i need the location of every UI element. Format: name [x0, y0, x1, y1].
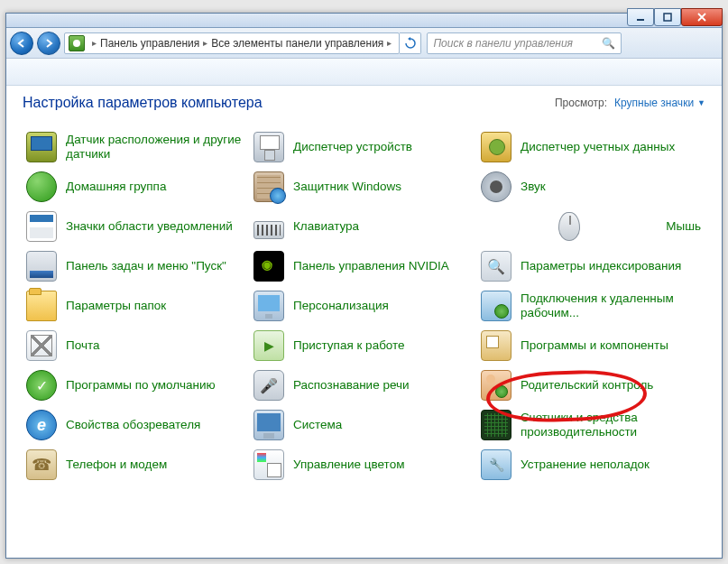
control-panel-item[interactable]: Домашняя группа	[23, 167, 250, 207]
item-label: Клавиатура	[293, 219, 359, 234]
window-buttons	[627, 8, 723, 26]
item-label: Телефон и модем	[66, 458, 167, 472]
control-panel-item[interactable]: Параметры папок	[23, 286, 250, 326]
item-label: Диспетчер устройств	[293, 140, 412, 154]
items-grid: Датчик расположения и другие датчикиДисп…	[23, 127, 705, 485]
control-panel-item[interactable]: Программы по умолчанию	[23, 365, 250, 405]
item-label: Звук	[521, 180, 546, 194]
view-value: Крупные значки	[614, 97, 694, 109]
heading-row: Настройка параметров компьютера Просмотр…	[23, 95, 705, 111]
tray-icon	[26, 211, 57, 242]
control-panel-item[interactable]: Персонализация	[250, 286, 477, 326]
close-button[interactable]	[681, 8, 723, 26]
forward-button[interactable]	[37, 32, 60, 55]
search-placeholder: Поиск в панели управления	[433, 37, 573, 50]
control-panel-item[interactable]: Звук	[477, 167, 705, 207]
item-label: Программы и компоненты	[521, 338, 668, 353]
search-input[interactable]: Поиск в панели управления 🔍	[427, 32, 622, 54]
control-panel-item[interactable]: Подключения к удаленным рабочим...	[477, 286, 705, 326]
ie-icon	[26, 410, 57, 440]
perf-icon	[481, 410, 511, 440]
control-panel-item[interactable]: Распознавание речи	[250, 365, 477, 405]
back-button[interactable]	[10, 32, 33, 55]
progs-icon	[481, 330, 511, 361]
kbd-icon	[253, 221, 284, 239]
control-panel-item[interactable]: Телефон и модем	[23, 445, 250, 485]
control-panel-item[interactable]: Свойства обозревателя	[23, 405, 250, 445]
item-label: Подключения к удаленным рабочим...	[521, 291, 701, 320]
control-panel-item[interactable]: Родительский контроль	[477, 365, 705, 405]
control-panel-item[interactable]: Панель управления NVIDIA	[250, 246, 477, 286]
item-label: Распознавание речи	[293, 378, 410, 393]
item-label: Программы по умолчанию	[66, 378, 216, 393]
item-label: Значки области уведомлений	[66, 219, 233, 234]
svg-rect-0	[637, 19, 644, 21]
default-icon	[26, 370, 57, 401]
item-label: Управление цветом	[293, 458, 404, 472]
chevron-right-icon: ▸	[387, 38, 392, 48]
control-panel-item[interactable]: Мышь	[477, 207, 705, 246]
speaker-icon	[481, 171, 511, 202]
control-panel-item[interactable]: Счетчики и средства производительности	[477, 405, 705, 445]
control-panel-item[interactable]: Управление цветом	[250, 445, 477, 485]
item-label: Персонализация	[293, 299, 389, 313]
control-panel-window: ▸ Панель управления ▸ Все элементы панел…	[5, 13, 723, 559]
sys-icon	[253, 410, 284, 440]
item-label: Приступая к работе	[293, 338, 405, 353]
breadcrumb-group: ▸ Панель управления ▸ Все элементы панел…	[64, 32, 421, 54]
control-panel-item[interactable]: Приступая к работе	[250, 326, 477, 365]
item-label: Защитник Windows	[293, 180, 401, 194]
maximize-button[interactable]	[654, 8, 681, 26]
start-icon	[253, 330, 284, 361]
item-label: Почта	[66, 338, 100, 353]
control-panel-item[interactable]: Диспетчер учетных данных	[477, 127, 705, 167]
parent-icon	[481, 370, 511, 401]
folder-icon	[26, 291, 57, 321]
control-panel-item[interactable]: Устранение неполадок	[477, 445, 705, 485]
control-panel-item[interactable]: Датчик расположения и другие датчики	[23, 127, 250, 167]
screen-icon	[26, 132, 57, 162]
refresh-button[interactable]	[400, 32, 421, 54]
breadcrumb-item[interactable]: Панель управления	[100, 37, 199, 50]
page-title: Настройка параметров компьютера	[23, 95, 555, 111]
search-icon: 🔍	[602, 37, 615, 50]
control-panel-item[interactable]: Параметры индексирования	[477, 246, 705, 286]
mail-icon	[26, 330, 57, 361]
content-area: Настройка параметров компьютера Просмотр…	[6, 86, 722, 492]
breadcrumb-item[interactable]: Все элементы панели управления	[211, 37, 383, 50]
view-selector[interactable]: Крупные значки ▼	[614, 97, 705, 109]
control-panel-item[interactable]: Система	[250, 405, 477, 445]
svg-rect-1	[664, 14, 671, 21]
item-label: Панель управления NVIDIA	[293, 259, 449, 273]
control-panel-icon	[69, 35, 85, 51]
item-label: Родительский контроль	[521, 378, 653, 393]
breadcrumb[interactable]: ▸ Панель управления ▸ Все элементы панел…	[64, 32, 400, 54]
view-label: Просмотр:	[555, 97, 607, 109]
control-panel-item[interactable]: Почта	[23, 326, 250, 365]
globe-icon	[26, 171, 57, 202]
color-icon	[253, 449, 284, 480]
chevron-right-icon: ▸	[203, 38, 207, 48]
control-panel-item[interactable]: Значки области уведомлений	[23, 207, 250, 246]
chevron-right-icon: ▸	[92, 38, 97, 48]
search-icon	[481, 251, 511, 282]
item-label: Панель задач и меню "Пуск"	[66, 259, 226, 273]
accounts-icon	[481, 132, 511, 162]
control-panel-item[interactable]: Диспетчер устройств	[250, 127, 477, 167]
minimize-button[interactable]	[627, 8, 654, 26]
toolstrip	[6, 59, 722, 86]
task-icon	[26, 251, 57, 282]
item-label: Устранение неполадок	[521, 458, 650, 472]
control-panel-item[interactable]: Клавиатура	[250, 207, 477, 246]
item-label: Параметры индексирования	[521, 259, 681, 273]
control-panel-item[interactable]: Защитник Windows	[250, 167, 477, 207]
navbar: ▸ Панель управления ▸ Все элементы панел…	[6, 28, 722, 59]
control-panel-item[interactable]: Панель задач и меню "Пуск"	[23, 246, 250, 286]
phone-icon	[26, 449, 57, 480]
device-icon	[253, 132, 284, 162]
item-label: Датчик расположения и другие датчики	[66, 133, 246, 162]
item-label: Счетчики и средства производительности	[521, 411, 701, 439]
titlebar	[6, 14, 722, 28]
control-panel-item[interactable]: Программы и компоненты	[477, 326, 705, 365]
item-label: Домашняя группа	[66, 180, 166, 194]
